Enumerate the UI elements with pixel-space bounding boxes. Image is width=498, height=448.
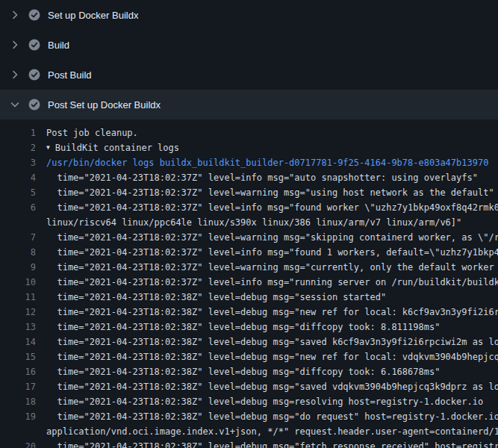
- line-number[interactable]: 20: [0, 439, 36, 448]
- log-line: 11 time="2021-04-23T18:02:38Z" level=deb…: [0, 290, 498, 305]
- log-line: 18 time="2021-04-23T18:02:38Z" level=deb…: [0, 394, 498, 409]
- log-line: 3/usr/bin/docker logs buildx_buildkit_bu…: [0, 155, 498, 170]
- step-label: Post Build: [48, 69, 92, 81]
- log-line: 16 time="2021-04-23T18:02:38Z" level=deb…: [0, 364, 498, 379]
- line-text: time="2021-04-23T18:02:38Z" level=debug …: [46, 379, 498, 394]
- line-number[interactable]: 3: [0, 155, 36, 170]
- chevron-down-icon: [9, 99, 21, 111]
- line-text: time="2021-04-23T18:02:38Z" level=debug …: [46, 409, 498, 424]
- line-number[interactable]: 5: [0, 185, 36, 200]
- step-row-post-build[interactable]: Post Build: [0, 60, 498, 90]
- line-text: time="2021-04-23T18:02:37Z" level=info m…: [46, 245, 498, 260]
- check-circle-icon: [28, 9, 40, 21]
- line-number[interactable]: 16: [0, 364, 36, 379]
- log-line: 14 time="2021-04-23T18:02:38Z" level=deb…: [0, 335, 498, 349]
- check-circle-icon: [28, 69, 40, 81]
- chevron-right-icon: [9, 39, 21, 51]
- line-number[interactable]: 10: [0, 275, 36, 290]
- line-text: time="2021-04-23T18:02:38Z" level=debug …: [46, 439, 498, 448]
- line-number[interactable]: 18: [0, 394, 36, 409]
- step-row-post-set-up-docker-buildx[interactable]: Post Set up Docker Buildx: [0, 90, 498, 119]
- log-line: 20 time="2021-04-23T18:02:38Z" level=deb…: [0, 439, 498, 448]
- line-number[interactable]: 15: [0, 349, 36, 364]
- line-text: time="2021-04-23T18:02:38Z" level=debug …: [46, 320, 440, 335]
- line-text: time="2021-04-23T18:02:37Z" level=info m…: [46, 200, 498, 215]
- line-number[interactable]: 13: [0, 320, 36, 335]
- log-line: 1Post job cleanup.: [0, 125, 498, 140]
- line-text: time="2021-04-23T18:02:38Z" level=debug …: [46, 290, 386, 305]
- log-line: 6 time="2021-04-23T18:02:37Z" level=info…: [0, 200, 498, 215]
- line-number[interactable]: 12: [0, 305, 36, 320]
- line-number[interactable]: 1: [0, 125, 36, 140]
- line-text: Post job cleanup.: [46, 125, 138, 140]
- log-line: 19 time="2021-04-23T18:02:38Z" level=deb…: [0, 409, 498, 424]
- log-line: 9 time="2021-04-23T18:02:37Z" level=warn…: [0, 260, 498, 275]
- line-number[interactable]: 14: [0, 335, 36, 349]
- line-number[interactable]: 7: [0, 230, 36, 245]
- line-number: [0, 215, 36, 230]
- line-text: time="2021-04-23T18:02:37Z" level=warnin…: [46, 260, 498, 275]
- steps-list: Set up Docker Buildx Build Post Build Po…: [0, 0, 498, 119]
- line-text: time="2021-04-23T18:02:38Z" level=debug …: [46, 394, 483, 409]
- line-number[interactable]: 4: [0, 170, 36, 185]
- log-line: 13 time="2021-04-23T18:02:38Z" level=deb…: [0, 320, 498, 335]
- log-panel: 1Post job cleanup.2▼BuildKit container l…: [0, 119, 498, 448]
- line-text: time="2021-04-23T18:02:38Z" level=debug …: [46, 349, 498, 364]
- line-number[interactable]: 2: [0, 140, 36, 155]
- line-text: time="2021-04-23T18:02:37Z" level=info m…: [46, 275, 498, 290]
- check-circle-icon: [28, 99, 40, 111]
- step-label: Build: [48, 40, 69, 51]
- line-text: time="2021-04-23T18:02:37Z" level=warnin…: [46, 185, 494, 200]
- chevron-right-icon: [9, 9, 21, 21]
- line-text: ▼BuildKit container logs: [46, 140, 179, 155]
- chevron-right-icon: [9, 69, 21, 81]
- line-text: linux/riscv64 linux/ppc64le linux/s390x …: [46, 215, 461, 230]
- log-line-wrap: application/vnd.oci.image.index.v1+json,…: [0, 424, 498, 439]
- command-text: /usr/bin/docker logs buildx_buildkit_bui…: [46, 155, 488, 170]
- log-line: 17 time="2021-04-23T18:02:38Z" level=deb…: [0, 379, 498, 394]
- line-number[interactable]: 17: [0, 379, 36, 394]
- line-number[interactable]: 6: [0, 200, 36, 215]
- log-line: 7 time="2021-04-23T18:02:37Z" level=warn…: [0, 230, 498, 245]
- log-line-wrap: linux/riscv64 linux/ppc64le linux/s390x …: [0, 215, 498, 230]
- line-number[interactable]: 11: [0, 290, 36, 305]
- line-number[interactable]: 19: [0, 409, 36, 424]
- log-line: 12 time="2021-04-23T18:02:38Z" level=deb…: [0, 305, 498, 320]
- line-number[interactable]: 8: [0, 245, 36, 260]
- log-line: 10 time="2021-04-23T18:02:37Z" level=inf…: [0, 275, 498, 290]
- log-line: 15 time="2021-04-23T18:02:38Z" level=deb…: [0, 349, 498, 364]
- step-label: Post Set up Docker Buildx: [48, 99, 161, 111]
- check-circle-icon: [28, 39, 40, 51]
- line-text: time="2021-04-23T18:02:37Z" level=warnin…: [46, 230, 498, 245]
- line-text: time="2021-04-23T18:02:38Z" level=debug …: [46, 305, 498, 320]
- step-label: Set up Docker Buildx: [48, 10, 138, 21]
- log-line: 4 time="2021-04-23T18:02:37Z" level=info…: [0, 170, 498, 185]
- line-text: application/vnd.oci.image.index.v1+json,…: [46, 424, 498, 439]
- line-number: [0, 424, 36, 439]
- log-line: 5 time="2021-04-23T18:02:37Z" level=warn…: [0, 185, 498, 200]
- line-text: time="2021-04-23T18:02:37Z" level=info m…: [46, 170, 478, 185]
- step-row-set-up-docker-buildx[interactable]: Set up Docker Buildx: [0, 0, 498, 30]
- log-line: 2▼BuildKit container logs: [0, 140, 498, 155]
- line-number[interactable]: 9: [0, 260, 36, 275]
- line-text: time="2021-04-23T18:02:38Z" level=debug …: [46, 335, 498, 349]
- step-row-build[interactable]: Build: [0, 30, 498, 60]
- log-line: 8 time="2021-04-23T18:02:37Z" level=info…: [0, 245, 498, 260]
- group-toggle-icon[interactable]: ▼: [46, 140, 50, 155]
- line-text: time="2021-04-23T18:02:38Z" level=debug …: [46, 364, 440, 379]
